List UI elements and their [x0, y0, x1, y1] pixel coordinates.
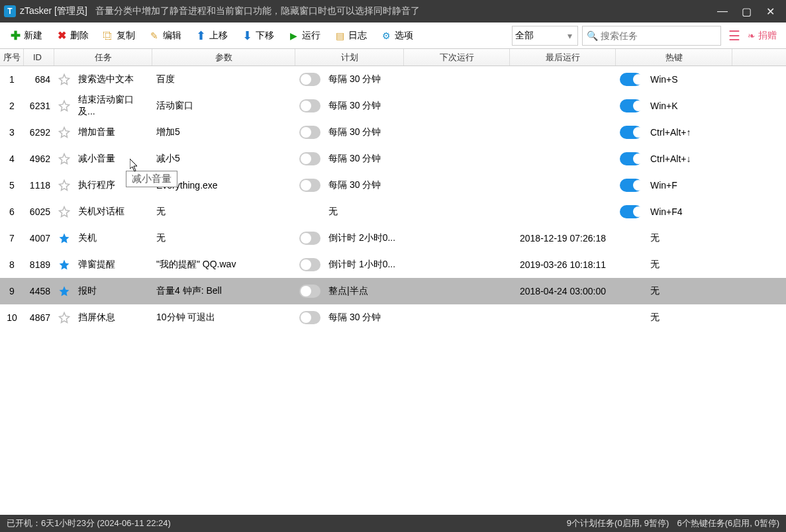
table-row[interactable]: 2 6231 结束活动窗口及... 活动窗口 每隔 30 分钟 Win+K [0, 93, 786, 119]
col-last[interactable]: 最后运行 [510, 49, 616, 66]
star-icon [58, 311, 70, 324]
new-label: 新建 [24, 30, 42, 42]
enable-toggle[interactable] [616, 172, 646, 199]
plan-toggle[interactable] [295, 66, 324, 93]
delete-button[interactable]: ✖删除 [49, 27, 95, 44]
table-row[interactable]: 4 4962 减小音量 减小5 每隔 30 分钟 Ctrl+Alt+↓ [0, 146, 786, 172]
col-next[interactable]: 下次运行 [404, 49, 510, 66]
cell-param: 无 [152, 225, 295, 251]
cell-next [404, 146, 510, 172]
star-button[interactable] [54, 146, 74, 172]
filter-value: 全部 [515, 30, 534, 42]
copy-label: 复制 [117, 30, 135, 42]
star-button[interactable] [54, 93, 74, 119]
plan-toggle[interactable] [295, 146, 324, 172]
col-id[interactable]: ID [24, 49, 54, 66]
enable-toggle[interactable] [616, 225, 646, 251]
plan-toggle[interactable] [295, 225, 324, 251]
cell-last [510, 146, 616, 172]
cell-last [510, 93, 616, 119]
plan-toggle[interactable] [295, 304, 324, 331]
cell-task: 减小音量 [74, 146, 152, 172]
table-row[interactable]: 7 4007 关机 无 倒计时 2小时0... 2018-12-19 07:26… [0, 225, 786, 251]
option-label: 选项 [395, 30, 413, 42]
search-box[interactable]: 🔍 [582, 26, 721, 46]
cell-next [404, 304, 510, 331]
cell-plan: 每隔 30 分钟 [324, 172, 404, 199]
enable-toggle[interactable] [616, 146, 646, 172]
col-seq[interactable]: 序号 [0, 49, 24, 66]
donate-button[interactable]: ❧捐赠 [748, 30, 777, 42]
plan-toggle[interactable] [295, 119, 324, 146]
plan-toggle[interactable] [295, 172, 324, 199]
enable-toggle[interactable] [616, 66, 646, 93]
close-button[interactable]: ✕ [758, 0, 782, 22]
minimize-button[interactable]: — [711, 0, 734, 22]
plan-toggle[interactable] [295, 199, 324, 225]
col-hotkey[interactable]: 热键 [616, 49, 732, 66]
enable-toggle[interactable] [616, 119, 646, 146]
cell-seq: 6 [0, 199, 24, 225]
col-task[interactable]: 任务 [54, 49, 152, 66]
star-icon [58, 258, 70, 271]
cell-hotkey: Win+F [646, 172, 732, 199]
plus-icon: ✚ [9, 30, 21, 42]
status-hotkey-tasks: 6个热键任务(6启用, 0暂停) [677, 517, 779, 529]
cell-next [404, 199, 510, 225]
table-row[interactable]: 9 4458 报时 音量4 钟声: Bell 整点|半点 2018-04-24 … [0, 278, 786, 304]
table-row[interactable]: 3 6292 增加音量 增加5 每隔 30 分钟 Ctrl+Alt+↑ [0, 119, 786, 146]
table-row[interactable]: 8 8189 弹窗提醒 "我的提醒" QQ.wav 倒计时 1小时0... 20… [0, 251, 786, 278]
cell-task: 搜索选中文本 [74, 66, 152, 93]
status-uptime: 已开机：6天1小时23分 (2024-06-11 22:24) [7, 517, 171, 529]
enable-toggle[interactable] [616, 278, 646, 304]
play-icon: ▶ [287, 30, 299, 42]
option-button[interactable]: ⚙选项 [373, 27, 420, 44]
donate-label: 捐赠 [758, 30, 777, 42]
list-icon[interactable]: ☰ [728, 29, 741, 42]
plan-toggle[interactable] [295, 278, 324, 304]
star-button[interactable] [54, 225, 74, 251]
copy-button[interactable]: ⿻复制 [95, 27, 142, 44]
star-button[interactable] [54, 251, 74, 278]
plan-toggle[interactable] [295, 93, 324, 119]
star-button[interactable] [54, 199, 74, 225]
cell-hotkey: Win+K [646, 93, 732, 119]
copy-icon: ⿻ [102, 30, 114, 42]
cell-last: 2018-12-19 07:26:18 [510, 225, 616, 251]
table-row[interactable]: 5 1118 执行程序 Everything.exe 每隔 30 分钟 Win+… [0, 172, 786, 199]
star-icon [58, 232, 70, 245]
star-icon [58, 73, 70, 86]
cell-id: 684 [24, 66, 54, 93]
maximize-button[interactable]: ▢ [734, 0, 758, 22]
filter-select[interactable]: 全部 [512, 26, 578, 46]
run-button[interactable]: ▶运行 [281, 27, 327, 44]
star-button[interactable] [54, 66, 74, 93]
table-row[interactable]: 6 6025 关机对话框 无 无 Win+F4 [0, 199, 786, 225]
col-plan[interactable]: 计划 [295, 49, 404, 66]
new-button[interactable]: ✚新建 [3, 27, 49, 44]
arrow-up-icon: ⬆ [195, 30, 207, 42]
star-button[interactable] [54, 172, 74, 199]
search-input[interactable] [601, 30, 716, 41]
enable-toggle[interactable] [616, 93, 646, 119]
enable-toggle[interactable] [616, 251, 646, 278]
movedown-button[interactable]: ⬇下移 [234, 27, 281, 44]
cell-hotkey: Ctrl+Alt+↑ [646, 119, 732, 146]
star-button[interactable] [54, 304, 74, 331]
log-button[interactable]: ▤日志 [327, 27, 373, 44]
star-button[interactable] [54, 278, 74, 304]
moveup-button[interactable]: ⬆上移 [188, 27, 234, 44]
enable-toggle[interactable] [616, 304, 646, 331]
edit-button[interactable]: ✎编辑 [142, 27, 188, 44]
table-row[interactable]: 10 4867 挡屏休息 10分钟 可退出 每隔 30 分钟 无 [0, 304, 786, 331]
cell-plan: 整点|半点 [324, 278, 404, 304]
delete-label: 删除 [70, 30, 89, 42]
cell-plan: 无 [324, 199, 404, 225]
star-button[interactable] [54, 119, 74, 146]
plan-toggle[interactable] [295, 251, 324, 278]
col-param[interactable]: 参数 [152, 49, 295, 66]
cell-next [404, 251, 510, 278]
enable-toggle[interactable] [616, 199, 646, 225]
toolbar: ✚新建 ✖删除 ⿻复制 ✎编辑 ⬆上移 ⬇下移 ▶运行 ▤日志 ⚙选项 全部 🔍… [0, 22, 786, 49]
table-row[interactable]: 1 684 搜索选中文本 百度 每隔 30 分钟 Win+S [0, 66, 786, 93]
